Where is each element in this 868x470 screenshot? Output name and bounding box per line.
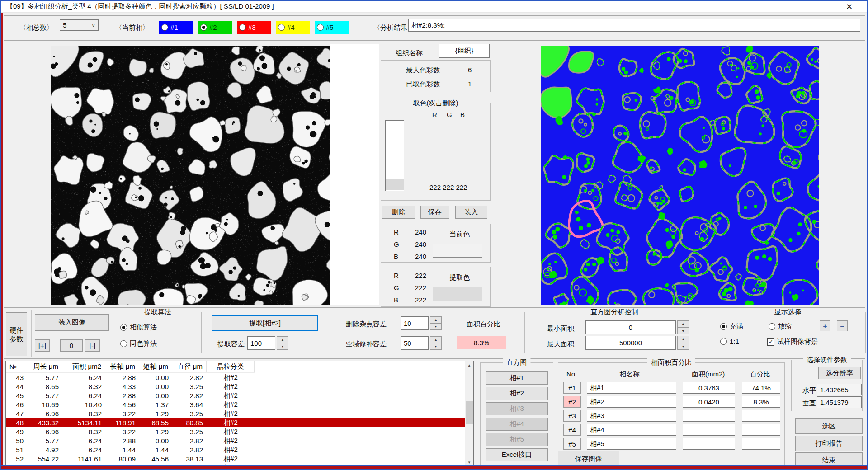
- delete-color-button[interactable]: 删除: [382, 206, 415, 219]
- table-cell: 0.00: [139, 392, 172, 400]
- print-report-button[interactable]: 打印报告: [795, 436, 863, 451]
- table-cell: 50: [6, 437, 27, 445]
- table-cell: 相#2: [207, 455, 255, 463]
- structure-name-label: 组织名称: [396, 49, 423, 57]
- table-cell: 相#2: [207, 428, 255, 436]
- hardware-box: 选择硬件参数 选分辨率 水平 1.432665 垂直 1.451379: [791, 360, 863, 411]
- scroll-up-icon[interactable]: ▲: [465, 361, 473, 369]
- table-row[interactable]: 455.776.242.880.002.82相#2: [6, 391, 466, 400]
- area-pct-label: 面积百分比: [467, 320, 500, 329]
- table-row[interactable]: 514.926.241.441.442.82相#2: [6, 445, 466, 454]
- max-area-up-icon[interactable]: ▲: [677, 336, 689, 343]
- phase-radio-icon[interactable]: [278, 24, 285, 31]
- noise-tolerance-down-icon[interactable]: ▼: [430, 323, 442, 330]
- phase-chip-1[interactable]: #1: [159, 21, 193, 34]
- histogram-button-2[interactable]: 相#2: [486, 387, 548, 400]
- save-color-button[interactable]: 保存: [420, 206, 449, 219]
- table-row[interactable]: 448.658.324.330.003.25相#2: [6, 382, 466, 391]
- zero-button[interactable]: 0: [60, 339, 83, 352]
- algo-same-radio[interactable]: 同色算法: [120, 339, 157, 348]
- current-color-box: R 240 G 240 B 240 当前色: [381, 224, 491, 263]
- noise-tolerance-up-icon[interactable]: ▲: [430, 316, 442, 323]
- extract-tolerance-field[interactable]: 100: [247, 336, 275, 350]
- phase-chip-4[interactable]: #4: [276, 21, 310, 34]
- structure-name-field[interactable]: {组织}: [439, 44, 490, 58]
- algorithm-box: 提取算法 相似算法 同色算法: [114, 312, 202, 353]
- table-cell: 10.69: [27, 401, 62, 409]
- app-window: 【09】多相组织分析_类型 4（同时提取多种颜色，同时搜索对应颗粒）[ SS/L…: [0, 0, 868, 470]
- specimen-bg-label: 试样图像背景: [777, 338, 818, 346]
- phase-chip-3[interactable]: #3: [237, 21, 271, 34]
- phase-total-combobox[interactable]: 5 ∨: [60, 19, 99, 31]
- phase-no-cell[interactable]: #5: [563, 438, 581, 450]
- hardware-params-button[interactable]: 硬件参数: [6, 312, 27, 356]
- specimen-image-canvas[interactable]: [51, 46, 330, 305]
- table-row[interactable]: 52554.221141.6180.0945.5638.13相#2: [6, 454, 466, 463]
- min-area-field[interactable]: 0: [585, 320, 676, 334]
- algo-similar-radio[interactable]: 相似算法: [120, 323, 157, 332]
- current-b-label: B: [394, 253, 398, 260]
- phase-no-cell[interactable]: #3: [563, 410, 581, 422]
- analysis-result-value: 相#2:8.3%;: [411, 21, 445, 30]
- load-image-button[interactable]: 装入图像: [35, 314, 109, 331]
- select-region-button[interactable]: 选区: [795, 418, 863, 434]
- phase-no-cell[interactable]: #1: [563, 382, 581, 394]
- fill-tolerance-down-icon[interactable]: ▼: [430, 343, 442, 350]
- phase-no-cell[interactable]: #2: [563, 396, 581, 408]
- one-to-one-radio[interactable]: 1:1: [720, 338, 739, 345]
- picked-color-item-selected[interactable]: [386, 179, 404, 190]
- one-to-one-label: 1:1: [730, 338, 739, 345]
- table-row[interactable]: 435.776.242.880.002.82相#2: [6, 373, 466, 382]
- table-row[interactable]: 496.968.323.221.293.25相#2: [6, 427, 466, 436]
- picked-color-listbox[interactable]: [385, 120, 404, 191]
- extract-tolerance-value: 100: [250, 339, 262, 347]
- table-row[interactable]: 476.968.323.221.293.25相#2: [6, 409, 466, 418]
- min-area-down-icon[interactable]: ▼: [677, 328, 689, 335]
- phase-radio-icon[interactable]: [239, 24, 246, 31]
- table-cell: 45: [6, 392, 27, 400]
- minus-button[interactable]: [-]: [85, 339, 100, 352]
- phase-radio-icon[interactable]: [161, 24, 168, 31]
- max-area-down-icon[interactable]: ▼: [677, 343, 689, 350]
- histogram-button-1[interactable]: 相#1: [486, 371, 548, 385]
- table-scrollbar[interactable]: ▲ ▼: [465, 361, 473, 466]
- fit-radio[interactable]: 充满: [720, 322, 743, 331]
- close-icon[interactable]: ✕: [846, 2, 853, 12]
- vertical-field[interactable]: 1.451379: [817, 396, 862, 408]
- scrollbar-thumb[interactable]: [466, 401, 473, 424]
- phase-name-field[interactable]: 相#1: [587, 382, 676, 394]
- histogram-button-6[interactable]: Excel接口: [486, 448, 548, 461]
- extract-phase-button[interactable]: 提取[相#2]: [212, 315, 318, 331]
- table-body: 435.776.242.880.002.82相#2448.658.324.330…: [6, 373, 466, 467]
- phase-name-field[interactable]: 相#5: [587, 438, 676, 450]
- analysis-result-field[interactable]: 相#2:8.3%;: [408, 19, 860, 32]
- load-color-button[interactable]: 装入: [455, 206, 487, 219]
- zoom-out-button[interactable]: −: [837, 320, 848, 331]
- zoom-in-button[interactable]: +: [820, 320, 830, 331]
- table-row[interactable]: 4610.6910.404.561.373.64相#2: [6, 400, 466, 409]
- save-image-button[interactable]: 保存图像: [558, 451, 619, 466]
- scale-radio[interactable]: 放缩: [769, 322, 792, 331]
- table-row[interactable]: 505.776.242.880.002.82相#2: [6, 436, 466, 445]
- phase-name-field[interactable]: 相#2: [587, 396, 676, 408]
- table-header-cell: 长轴 μm: [105, 361, 139, 372]
- phase-no-cell[interactable]: #4: [563, 424, 581, 436]
- phase-radio-icon[interactable]: [317, 24, 324, 31]
- phase-chip-5[interactable]: #5: [315, 21, 349, 34]
- min-area-up-icon[interactable]: ▲: [677, 320, 689, 328]
- horizontal-field[interactable]: 1.432665: [817, 384, 862, 395]
- table-row[interactable]: 48433.325134.11118.9168.5580.85相#2: [6, 418, 466, 427]
- extract-tolerance-down-icon[interactable]: ▼: [277, 343, 288, 350]
- extract-tolerance-up-icon[interactable]: ▲: [277, 336, 288, 343]
- specimen-bg-checkbox[interactable]: ✓ 试样图像背景: [767, 338, 818, 346]
- max-area-field[interactable]: 500000: [585, 336, 676, 350]
- fill-tolerance-up-icon[interactable]: ▲: [430, 336, 442, 343]
- phase-name-field[interactable]: 相#3: [587, 410, 676, 422]
- fill-tolerance-field[interactable]: 50: [401, 336, 429, 350]
- noise-tolerance-field[interactable]: 10: [401, 316, 429, 330]
- phase-chip-2[interactable]: #2: [198, 21, 232, 34]
- resolution-button[interactable]: 选分辨率: [818, 367, 861, 379]
- phase-radio-icon[interactable]: [200, 24, 207, 31]
- plus-button[interactable]: [+]: [35, 339, 50, 352]
- phase-name-field[interactable]: 相#4: [587, 424, 676, 436]
